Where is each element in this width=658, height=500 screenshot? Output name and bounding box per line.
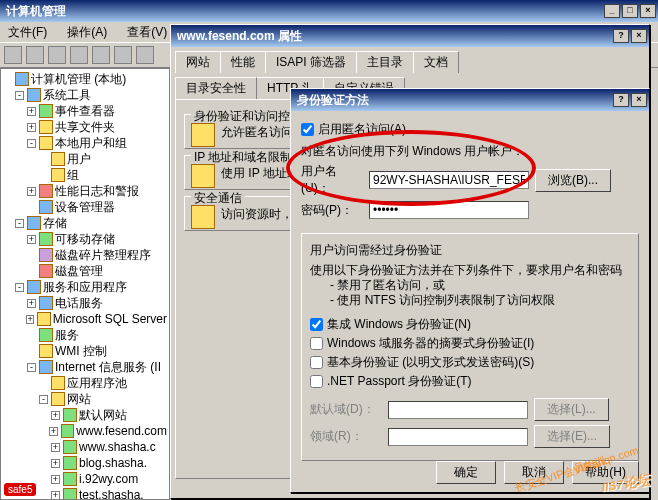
- minimize-button[interactable]: _: [604, 4, 620, 18]
- tree-item[interactable]: -Internet 信息服务 (II: [3, 359, 167, 375]
- dlg1-help-button[interactable]: ?: [613, 29, 629, 43]
- auth-note3: - 使用 NTFS 访问控制列表限制了访问权限: [310, 293, 630, 308]
- dlg2-close-button[interactable]: ×: [631, 93, 647, 107]
- tree-item[interactable]: WMI 控制: [3, 343, 167, 359]
- auth-required-title: 用户访问需经过身份验证: [310, 242, 630, 259]
- user-label: 用户名(U)：: [301, 163, 363, 197]
- dlg1-close-button[interactable]: ×: [631, 29, 647, 43]
- auth-note2: - 禁用了匿名访问，或: [310, 278, 630, 293]
- password-row: 密码(P)：: [301, 201, 639, 219]
- tree-item[interactable]: +电话服务: [3, 295, 167, 311]
- main-titlebar: 计算机管理 _ □ ×: [0, 0, 658, 22]
- chk3-label: 基本身份验证 (以明文形式发送密码)(S): [327, 354, 534, 371]
- chk-integrated[interactable]: [310, 318, 323, 331]
- dlg1-title: www.fesend.com 属性: [173, 28, 613, 45]
- tree-item[interactable]: -存储: [3, 215, 167, 231]
- tab[interactable]: 网站: [175, 51, 221, 73]
- dlg2-body: 启用匿名访问(A) 对匿名访问使用下列 Windows 用户帐户： 用户名(U)…: [291, 111, 649, 469]
- dlg2-ok-button[interactable]: 确定: [436, 461, 496, 484]
- tab[interactable]: 主目录: [356, 51, 414, 73]
- tree-item[interactable]: 用户: [3, 151, 167, 167]
- tool-back-icon[interactable]: [4, 46, 22, 64]
- select-domain-button: 选择(E)...: [534, 425, 610, 448]
- user-input[interactable]: [369, 171, 529, 189]
- tree-item[interactable]: 磁盘管理: [3, 263, 167, 279]
- chk1-label: 集成 Windows 身份验证(N): [327, 316, 471, 333]
- auth-group-icon: [191, 123, 215, 147]
- tool-refresh-icon[interactable]: [114, 46, 132, 64]
- realm-input: [388, 401, 528, 419]
- ssl-group-icon: [191, 205, 215, 229]
- tool-forward-icon[interactable]: [26, 46, 44, 64]
- tool-cut-icon[interactable]: [92, 46, 110, 64]
- close-button[interactable]: ×: [640, 4, 656, 18]
- dlg2-help-button[interactable]: ?: [613, 93, 629, 107]
- tab[interactable]: 目录安全性: [175, 77, 257, 99]
- realm-label: 默认域(D)：: [310, 401, 382, 418]
- main-title: 计算机管理: [2, 3, 604, 20]
- tree-item[interactable]: +www.fesend.com: [3, 423, 167, 439]
- tree-item[interactable]: +blog.shasha.: [3, 455, 167, 471]
- enable-anon-row: 启用匿名访问(A): [301, 121, 639, 138]
- maximize-button[interactable]: □: [622, 4, 638, 18]
- tree-item[interactable]: 磁盘碎片整理程序: [3, 247, 167, 263]
- safe-badge: safe5: [4, 483, 36, 496]
- menu-file[interactable]: 文件(F): [4, 22, 51, 43]
- username-row: 用户名(U)： 浏览(B)...: [301, 163, 639, 197]
- tree-item[interactable]: 设备管理器: [3, 199, 167, 215]
- chk-basic[interactable]: [310, 356, 323, 369]
- tree-item[interactable]: -本地用户和组: [3, 135, 167, 151]
- menu-view[interactable]: 查看(V): [123, 22, 171, 43]
- chk4-label: .NET Passport 身份验证(T): [327, 373, 471, 390]
- tree-item[interactable]: 服务: [3, 327, 167, 343]
- chk-passport[interactable]: [310, 375, 323, 388]
- tree-item[interactable]: 计算机管理 (本地): [3, 71, 167, 87]
- tree-item[interactable]: +默认网站: [3, 407, 167, 423]
- tool-view-icon[interactable]: [70, 46, 88, 64]
- tree-item[interactable]: +共享文件夹: [3, 119, 167, 135]
- tab[interactable]: ISAPI 筛选器: [265, 51, 357, 73]
- select-realm-button: 选择(L)...: [534, 398, 609, 421]
- pass-input[interactable]: [369, 201, 529, 219]
- tree-item[interactable]: +www.shasha.c: [3, 439, 167, 455]
- enable-anon-label: 启用匿名访问(A): [318, 121, 406, 138]
- tree-item[interactable]: -网站: [3, 391, 167, 407]
- anon-note: 对匿名访问使用下列 Windows 用户帐户：: [301, 144, 639, 159]
- auth-methods-dialog: 身份验证方法 ? × 启用匿名访问(A) 对匿名访问使用下列 Windows 用…: [290, 88, 650, 493]
- dlg1-tabs-row1: 网站性能ISAPI 筛选器主目录文档: [175, 51, 645, 73]
- tree-item[interactable]: +Microsoft SQL Server: [3, 311, 167, 327]
- tree-item[interactable]: 应用程序池: [3, 375, 167, 391]
- tab[interactable]: 性能: [220, 51, 266, 73]
- tool-help-icon[interactable]: [136, 46, 154, 64]
- tool-up-icon[interactable]: [48, 46, 66, 64]
- dlg2-title: 身份验证方法: [293, 92, 613, 109]
- auth-required-group: 用户访问需经过身份验证 使用以下身份验证方法并在下列条件下，要求用户名和密码 -…: [301, 233, 639, 461]
- dlg1-titlebar: www.fesend.com 属性 ? ×: [171, 25, 649, 47]
- tree-item[interactable]: -服务和应用程序: [3, 279, 167, 295]
- tree-item[interactable]: -系统工具: [3, 87, 167, 103]
- tree-panel[interactable]: 计算机管理 (本地)-系统工具+事件查看器+共享文件夹-本地用户和组用户组+性能…: [0, 68, 170, 500]
- dlg2-titlebar: 身份验证方法 ? ×: [291, 89, 649, 111]
- pass-label: 密码(P)：: [301, 202, 363, 219]
- auth-note1: 使用以下身份验证方法并在下列条件下，要求用户名和密码: [310, 263, 630, 278]
- domain-input: [388, 428, 528, 446]
- tab[interactable]: 文档: [413, 51, 459, 73]
- browse-button[interactable]: 浏览(B)...: [535, 169, 611, 192]
- domain-label: 领域(R)：: [310, 428, 382, 445]
- tree-item[interactable]: +事件查看器: [3, 103, 167, 119]
- chk-digest[interactable]: [310, 337, 323, 350]
- ip-group-icon: [191, 164, 215, 188]
- tree-item[interactable]: 组: [3, 167, 167, 183]
- tree-item[interactable]: +性能日志和警报: [3, 183, 167, 199]
- enable-anon-checkbox[interactable]: [301, 123, 314, 136]
- chk2-label: Windows 域服务器的摘要式身份验证(I): [327, 335, 534, 352]
- tree-item[interactable]: +可移动存储: [3, 231, 167, 247]
- menu-action[interactable]: 操作(A): [63, 22, 111, 43]
